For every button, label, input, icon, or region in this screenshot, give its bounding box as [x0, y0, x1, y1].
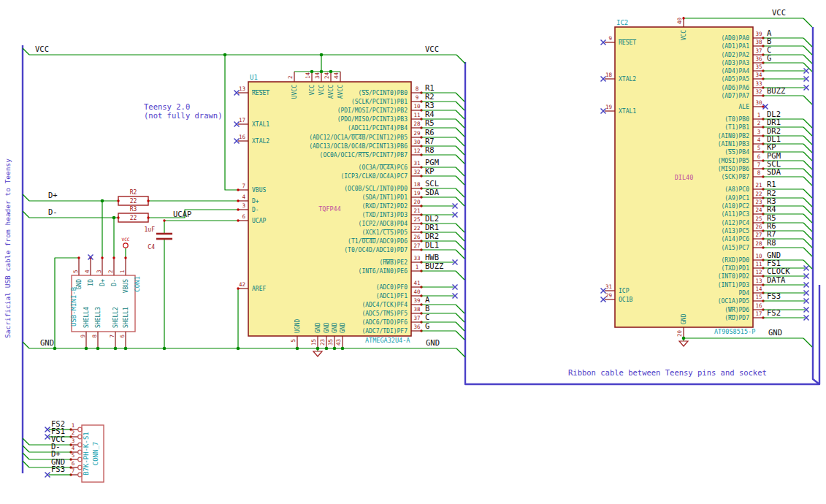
bus-entry[interactable] — [456, 137, 464, 146]
net-label-R5[interactable]: R5 — [425, 118, 435, 127]
net-label-GND[interactable]: GND — [426, 338, 440, 347]
component-conn7[interactable]: B7K-PH-K-S1CONN_71FS22FS13VCC4D-5D+6GND7… — [29, 419, 104, 482]
R3-value[interactable]: 22 — [130, 215, 137, 221]
net-label-R4[interactable]: R4 — [425, 110, 435, 118]
bus-entry[interactable] — [803, 127, 812, 136]
con1-pin-5[interactable]: 5GND — [72, 256, 83, 289]
bus-entry[interactable] — [803, 46, 812, 55]
component-c4[interactable]: 1uFC4 — [145, 226, 172, 251]
conn7-refdes[interactable]: CONN_7 — [92, 442, 99, 466]
u1-partname[interactable]: ATMEGA32U4-A — [365, 337, 410, 344]
net-label-DL2[interactable]: DL2 — [425, 214, 439, 223]
c4-value[interactable]: 1uF — [145, 226, 156, 233]
bus-entry[interactable] — [803, 231, 812, 240]
bus-entry[interactable] — [456, 188, 464, 197]
bus-entry[interactable] — [456, 119, 464, 128]
wire[interactable] — [148, 210, 238, 218]
net-label-DATA[interactable]: DATA — [767, 275, 786, 284]
net-label-VCC[interactable]: VCC — [425, 45, 439, 53]
bus-entry[interactable] — [23, 342, 29, 348]
bus-entry[interactable] — [456, 313, 464, 322]
net-label-G[interactable]: G — [767, 53, 771, 62]
bus-entry[interactable] — [803, 18, 812, 27]
con1-pin-9[interactable]: 9SHELL4 — [80, 307, 90, 348]
bus-entry[interactable] — [456, 232, 464, 241]
net-label-B[interactable]: B — [767, 37, 771, 45]
gnd-power-symbol[interactable] — [679, 341, 688, 346]
bus-entry[interactable] — [803, 38, 812, 47]
bus-entry[interactable] — [803, 214, 812, 223]
bus-entry[interactable] — [456, 197, 464, 206]
bus-entry[interactable] — [456, 55, 465, 64]
component-r3[interactable]: R322 — [118, 206, 148, 222]
net-label-R4[interactable]: R4 — [767, 205, 776, 213]
bus-entry[interactable] — [803, 144, 812, 153]
bus-entry[interactable] — [803, 338, 812, 347]
bus-entry[interactable] — [803, 96, 812, 104]
net-label-R8[interactable]: R8 — [425, 145, 435, 154]
con1-refdes[interactable]: CON1 — [134, 276, 141, 292]
net-label-SCL[interactable]: SCL — [425, 179, 439, 188]
bus-entry[interactable] — [803, 177, 812, 186]
net-label-HWB[interactable]: HWB — [425, 253, 439, 261]
net-label-DR1[interactable]: DR1 — [425, 223, 439, 232]
net-label-D-[interactable]: D- — [48, 207, 58, 216]
con1-pin-2[interactable]: 2D- — [107, 256, 118, 286]
net-label-SDA[interactable]: SDA — [767, 167, 781, 176]
net-label-KP[interactable]: KP — [767, 142, 776, 151]
bus-entry[interactable] — [456, 241, 464, 250]
bus-entry[interactable] — [456, 331, 464, 340]
bus-entry[interactable] — [803, 169, 812, 177]
bus-entry[interactable] — [803, 198, 812, 207]
bus-entry[interactable] — [803, 136, 812, 145]
net-label-VCC[interactable]: VCC — [772, 8, 786, 17]
net-label-BUZZ[interactable]: BUZZ — [767, 86, 785, 95]
con1-pin-7[interactable]: 7SHELL2 — [109, 307, 119, 348]
net-label-SDA[interactable]: SDA — [425, 188, 440, 196]
net-label-R1[interactable]: R1 — [767, 180, 776, 188]
R2-refdes[interactable]: R2 — [130, 189, 137, 196]
net-label-R1[interactable]: R1 — [425, 83, 435, 92]
net-label-DR2[interactable]: DR2 — [425, 232, 439, 240]
conn7-pin-7[interactable]: 7FS3 — [45, 465, 83, 478]
bus-entry[interactable] — [456, 110, 464, 119]
R3-refdes[interactable]: R3 — [130, 206, 137, 213]
bus-entry[interactable] — [456, 250, 464, 259]
con1-value[interactable]: USB-MINI-B — [70, 287, 77, 327]
u1-value[interactable]: TQFP44 — [318, 205, 341, 213]
component-u1[interactable]: U1TQFP44ATMEGA32U4-A13RESET17XTAL116XTAL… — [234, 72, 465, 348]
conn7-value[interactable]: B7K-PH-K-S1 — [83, 432, 90, 476]
bus-entry[interactable] — [456, 224, 464, 232]
bus-entry[interactable] — [456, 128, 464, 137]
bus-entry[interactable] — [803, 161, 812, 169]
bus-entry[interactable] — [456, 146, 464, 155]
net-label-R7[interactable]: R7 — [767, 229, 776, 238]
bus-entry[interactable] — [456, 167, 464, 176]
bus-entry[interactable] — [456, 155, 464, 164]
net-label-VCC[interactable]: VCC — [35, 45, 49, 53]
net-label-A[interactable]: A — [425, 295, 430, 304]
ic2-refdes[interactable]: IC2 — [616, 19, 628, 26]
net-label-DL1[interactable]: DL1 — [425, 240, 439, 249]
bus-entry[interactable] — [23, 48, 29, 55]
bus-entry[interactable] — [803, 152, 812, 161]
net-label-FS3[interactable]: FS3 — [767, 291, 781, 300]
bus-entry[interactable] — [803, 189, 812, 198]
bus-entry[interactable] — [456, 271, 464, 280]
con1-pin-8[interactable]: 8SHELL3 — [91, 307, 102, 348]
bus-entry[interactable] — [803, 260, 812, 269]
net-label-GND[interactable]: GND — [768, 328, 782, 337]
net-label-G[interactable]: G — [425, 321, 429, 330]
vcc-power-symbol[interactable]: VCC — [122, 237, 130, 248]
component-con1[interactable]: USB-MINI-BCON15GND4ID3D+2D-1VBUS9SHELL48… — [70, 256, 141, 348]
net-label-R6[interactable]: R6 — [425, 128, 435, 137]
bus-entry[interactable] — [803, 63, 812, 72]
bus-entry[interactable] — [456, 176, 464, 185]
con1-pin-6[interactable]: 6SHELL1 — [119, 307, 129, 348]
net-label-B[interactable]: B — [425, 304, 429, 313]
bus-entry[interactable] — [23, 438, 29, 445]
bus-entry[interactable] — [23, 194, 29, 201]
bus-entry[interactable] — [803, 206, 812, 215]
net-label-R7[interactable]: R7 — [425, 137, 435, 145]
ic2-value[interactable]: DIL40 — [675, 174, 694, 181]
